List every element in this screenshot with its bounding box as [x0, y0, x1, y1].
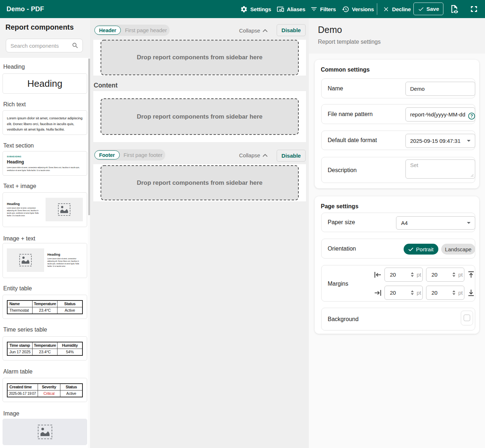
svg-text:?: ?: [470, 114, 473, 119]
